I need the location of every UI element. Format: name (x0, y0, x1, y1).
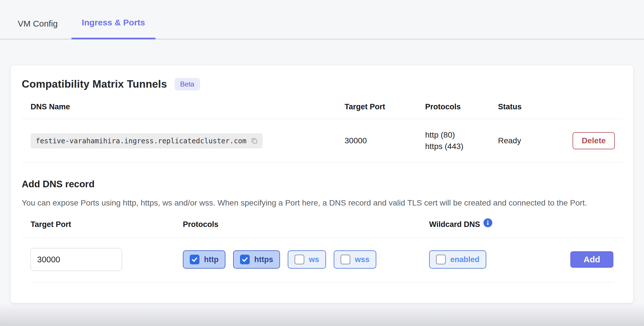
checkbox-https (240, 255, 250, 264)
beta-badge: Beta (175, 78, 200, 90)
protocol-checkbox-https[interactable]: https (233, 250, 280, 269)
form-input-row: http https ws (22, 238, 622, 282)
checkbox-http (190, 255, 199, 264)
col-header-dns-name: DNS Name (31, 102, 345, 111)
form-label-wildcard-dns: Wildcard DNS (429, 220, 545, 229)
card-bottom-divider (31, 282, 613, 293)
tab-ingress-ports[interactable]: Ingress & Ports (71, 18, 155, 39)
protocol-checkbox-wss[interactable]: wss (334, 250, 376, 269)
tabs-bar: VM Config Ingress & Ports (0, 0, 644, 39)
wildcard-option-cell: enabled (429, 250, 545, 269)
form-header-row: Target Port Protocols Wildcard DNS (22, 220, 622, 238)
protocol-label-ws: ws (309, 255, 319, 264)
checkbox-wildcard-enabled (436, 255, 446, 264)
wildcard-enabled-label: enabled (450, 255, 479, 264)
col-header-status: Status (498, 102, 573, 111)
checkmark-icon (241, 256, 248, 263)
add-button-cell: Add (545, 251, 613, 268)
protocol-line-http: http (80) (425, 129, 498, 141)
target-port-cell: 30000 (345, 136, 425, 145)
protocol-label-wss: wss (355, 255, 369, 264)
tab-vm-config[interactable]: VM Config (18, 19, 58, 39)
tunnels-table: DNS Name Target Port Protocols Status fe… (22, 102, 622, 163)
target-port-input[interactable] (31, 248, 122, 271)
wildcard-enabled-checkbox[interactable]: enabled (429, 250, 486, 269)
checkbox-wss (341, 255, 350, 264)
copy-icon[interactable] (251, 137, 258, 144)
checkbox-ws (295, 255, 304, 264)
col-header-target-port: Target Port (345, 102, 425, 111)
actions-cell: Delete (573, 132, 622, 149)
tunnels-card: Compatibility Matrix Tunnels Beta DNS Na… (10, 65, 634, 303)
protocol-options: http https ws (183, 250, 429, 269)
col-header-protocols: Protocols (425, 102, 498, 111)
protocol-label-http: http (204, 255, 219, 264)
protocol-label-https: https (254, 255, 273, 264)
checkmark-icon (191, 256, 198, 263)
table-header-row: DNS Name Target Port Protocols Status (22, 102, 622, 119)
add-button[interactable]: Add (570, 251, 613, 268)
protocol-checkbox-ws[interactable]: ws (288, 250, 326, 269)
form-label-target-port: Target Port (31, 220, 183, 229)
page-title: Compatibility Matrix Tunnels (22, 78, 167, 90)
status-cell: Ready (498, 136, 573, 145)
dns-name-pill: festive-varahamihira.ingress.replicatedc… (31, 133, 263, 148)
card-title-row: Compatibility Matrix Tunnels Beta (22, 78, 622, 90)
dns-name-value: festive-varahamihira.ingress.replicatedc… (36, 137, 247, 145)
delete-button[interactable]: Delete (573, 132, 615, 149)
wildcard-dns-label-text: Wildcard DNS (429, 220, 480, 229)
add-dns-heading: Add DNS record (22, 179, 622, 190)
protocol-line-https: https (443) (425, 141, 498, 152)
table-row: festive-varahamihira.ingress.replicatedc… (22, 119, 622, 163)
protocol-checkbox-http[interactable]: http (183, 250, 225, 269)
dns-name-cell: festive-varahamihira.ingress.replicatedc… (31, 133, 345, 148)
protocols-cell: http (80) https (443) (425, 129, 498, 152)
add-dns-description: You can expose Ports using http, https, … (22, 197, 622, 209)
info-icon[interactable] (483, 218, 492, 227)
form-label-protocols: Protocols (183, 220, 429, 229)
target-port-input-cell (31, 248, 183, 271)
